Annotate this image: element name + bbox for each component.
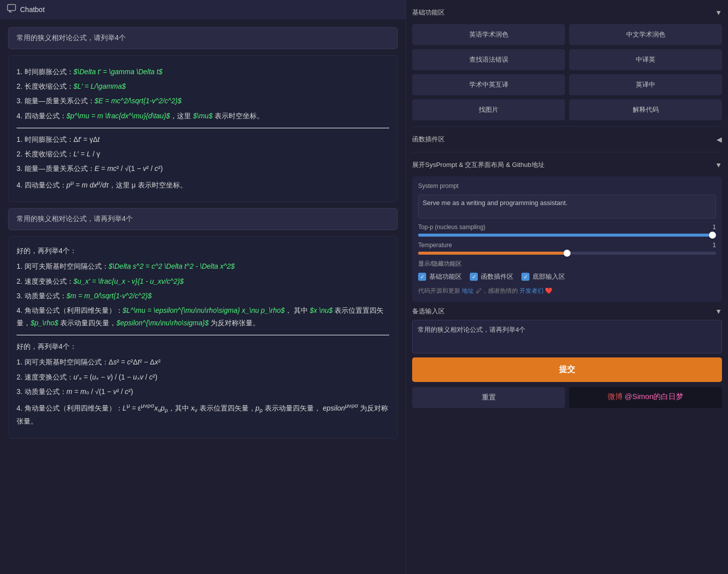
bot-intro-2: 好的，再列举4个： xyxy=(17,245,389,257)
bot-message-1: 1. 时间膨胀公式：$\Delta t' = \gamma \Delta t$ … xyxy=(8,55,398,202)
top-p-label: Top-p (nucleus sampling) xyxy=(418,224,485,231)
rendered-1-2: 2. 长度收缩公式：L′ = L / γ xyxy=(17,148,389,160)
show-hide-label: 显示/隐藏功能区 xyxy=(418,260,716,268)
checkbox-input-label: 底部输入区 xyxy=(532,272,565,281)
checkbox-plugin[interactable]: ✓ 函数插件区 xyxy=(470,272,513,281)
temperature-value: 1 xyxy=(712,242,716,249)
footer-heart: ❤️ xyxy=(545,287,553,294)
btn-explain-code[interactable]: 解释代码 xyxy=(569,99,722,120)
watermark-text: @Simon的白日梦 xyxy=(625,392,684,401)
svg-rect-0 xyxy=(8,5,16,11)
rendered-1-4: 4. 四动量公式：pμ = m dxμ/dτ，这里 μ 表示时空坐标。 xyxy=(17,177,389,192)
right-panel: 基础功能区 ▼ 英语学术润色 中文学术润色 查找语法错误 中译英 学术中英互译 … xyxy=(406,0,728,574)
btn-chinese-academic[interactable]: 中文学术润色 xyxy=(569,24,722,45)
temperature-fill xyxy=(418,252,567,255)
temperature-label: Temperature xyxy=(418,242,452,249)
formula-raw-1-2: 2. 长度收缩公式：$L' = L/\gamma$ xyxy=(17,80,389,93)
checkbox-plugin-box: ✓ xyxy=(470,273,478,281)
divider-plugin-sysprompt xyxy=(412,152,722,152)
formula-green-2: $L' = L/\gamma$ xyxy=(74,82,126,90)
btn-academic-translate[interactable]: 学术中英互译 xyxy=(412,74,565,95)
checkbox-row: ✓ 基础功能区 ✓ 函数插件区 ✓ 底部输入区 xyxy=(418,272,716,281)
basic-section-arrow[interactable]: ▼ xyxy=(715,9,722,17)
btn-english-academic[interactable]: 英语学术润色 xyxy=(412,24,565,45)
formula-green-1: $\Delta t' = \gamma \Delta t$ xyxy=(74,68,162,76)
chatbot-icon xyxy=(7,4,16,15)
footer-text1: 代码开源和更新 xyxy=(418,287,460,294)
top-p-track[interactable] xyxy=(418,234,716,237)
user-message-2-text: 常用的狭义相对论公式，请再列举4个 xyxy=(17,215,133,223)
bottom-buttons: 重置 微博 @Simon的白日梦 xyxy=(412,387,722,408)
checkbox-basic-label: 基础功能区 xyxy=(429,272,462,281)
rendered-2-2: 2. 速度变换公式：u′ₓ = (uₓ − v) / (1 − uₓv / c²… xyxy=(17,371,389,384)
alt-input-arrow[interactable]: ▼ xyxy=(715,307,722,315)
checkbox-input-box: ✓ xyxy=(521,273,529,281)
top-p-thumb[interactable] xyxy=(709,232,716,239)
formula-green-4: $p^\mu = m \frac{dx^\mu}{d\tau}$ xyxy=(67,112,170,120)
formula-raw-2-4: 4. 角动量公式（利用四维矢量）：$L^\mu = \epsilon^{\mu\… xyxy=(17,304,389,329)
user-message-2: 常用的狭义相对论公式，请再列举4个 xyxy=(8,208,398,230)
footer-link-address[interactable]: 地址 xyxy=(462,287,474,294)
temperature-track[interactable] xyxy=(418,252,716,255)
alt-input-header: 备选输入区 ▼ xyxy=(412,307,722,316)
checkbox-input[interactable]: ✓ 底部输入区 xyxy=(521,272,565,281)
formula-raw-2-2: 2. 速度变换公式：$u_x' = \frac{u_x - v}{1 - u_x… xyxy=(17,275,389,288)
rendered-1-1: 1. 时间膨胀公式：Δt′ = γΔt xyxy=(17,133,389,146)
watermark: 微博 @Simon的白日梦 xyxy=(569,387,722,408)
footer-link-devs[interactable]: 开发者们 xyxy=(519,287,543,294)
chat-area: 常用的狭义相对论公式，请列举4个 1. 时间膨胀公式：$\Delta t' = … xyxy=(0,19,406,574)
plugin-section-label: 函数插件区 xyxy=(412,135,445,144)
system-prompt-textarea[interactable] xyxy=(418,195,716,219)
plugin-section-header: 函数插件区 ◀ xyxy=(412,133,722,146)
basic-section-label: 基础功能区 xyxy=(412,8,445,17)
footer-text2: 🖊，感谢热情的 xyxy=(476,287,518,294)
alt-input-label: 备选输入区 xyxy=(412,307,445,316)
system-prompt-label: System prompt xyxy=(418,182,716,189)
formula-raw-2-3: 3. 动质量公式：$m = m_0/\sqrt{1-v^2/c^2}$ xyxy=(17,290,389,302)
second-intro-2: 好的，再列举4个： xyxy=(17,340,389,353)
checkbox-plugin-label: 函数插件区 xyxy=(481,272,513,281)
plugin-collapse-btn[interactable]: ◀ xyxy=(716,135,722,143)
alt-input-section: 备选输入区 ▼ 提交 xyxy=(412,307,722,382)
btn-en-to-zh[interactable]: 英译中 xyxy=(569,74,722,95)
top-p-slider-row: Top-p (nucleus sampling) 1 xyxy=(418,224,716,237)
reset-button[interactable]: 重置 xyxy=(412,387,565,408)
temperature-thumb[interactable] xyxy=(564,250,571,257)
user-message-1-text: 常用的狭义相对论公式，请列举4个 xyxy=(17,34,126,42)
weibo-icon: 微博 xyxy=(608,392,625,401)
sysprompt-arrow[interactable]: ▼ xyxy=(715,161,722,169)
sysprompt-section-label: 展开SysPrompt & 交互界面布局 & Github地址 xyxy=(412,160,544,169)
btn-find-image[interactable]: 找图片 xyxy=(412,99,565,120)
formula-green-3: $E = mc^2/\sqrt{1-v^2/c^2}$ xyxy=(95,97,181,105)
formula-raw-2-1: 1. 闵可夫斯基时空间隔公式：$\Delta s^2 = c^2 \Delta … xyxy=(17,260,389,273)
rendered-2-1: 1. 闵可夫斯基时空间隔公式：Δs² = c²Δt² − Δx² xyxy=(17,356,389,368)
alt-textarea[interactable] xyxy=(412,320,722,353)
footer-links: 代码开源和更新 地址 🖊，感谢热情的 开发者们 ❤️ xyxy=(418,286,716,296)
formula-raw-1-4: 4. 四动量公式：$p^\mu = m \frac{dx^\mu}{d\tau}… xyxy=(17,110,389,122)
rendered-2-3: 3. 动质量公式：m = m₀ / √(1 − v² / c²) xyxy=(17,386,389,398)
btn-zh-to-en[interactable]: 中译英 xyxy=(569,49,722,70)
formula-raw-1-3: 3. 能量—质量关系公式：$E = mc^2/\sqrt{1-v^2/c^2}$ xyxy=(17,95,389,107)
top-p-value: 1 xyxy=(712,224,716,231)
temperature-slider-row: Temperature 1 xyxy=(418,242,716,255)
top-p-fill xyxy=(418,234,716,237)
sysprompt-section-header: 展开SysPrompt & 交互界面布局 & Github地址 ▼ xyxy=(412,158,722,171)
submit-button[interactable]: 提交 xyxy=(412,357,722,382)
rendered-1-3: 3. 能量—质量关系公式：E = mc² / √(1 − v² / c²) xyxy=(17,162,389,175)
sysprompt-section: System prompt Top-p (nucleus sampling) 1… xyxy=(412,176,722,302)
left-panel: Chatbot 常用的狭义相对论公式，请列举4个 1. 时间膨胀公式：$\Del… xyxy=(0,0,406,574)
divider-basic-plugin xyxy=(412,126,722,127)
divider-1 xyxy=(17,127,389,128)
show-hide-section: 显示/隐藏功能区 ✓ 基础功能区 ✓ 函数插件区 ✓ 底部输入区 xyxy=(418,260,716,281)
checkbox-basic-box: ✓ xyxy=(418,273,426,281)
rendered-2-4: 4. 角动量公式（利用四维矢量）：Lμ = εμνρσxνpρ，其中 xν 表示… xyxy=(17,400,389,428)
formula-raw-1-1: 1. 时间膨胀公式：$\Delta t' = \gamma \Delta t$ xyxy=(17,66,389,78)
user-message-1: 常用的狭义相对论公式，请列举4个 xyxy=(8,27,398,49)
chatbot-title: Chatbot xyxy=(20,6,45,14)
divider-2 xyxy=(17,334,389,335)
btn-find-grammar[interactable]: 查找语法错误 xyxy=(412,49,565,70)
bot-message-2: 好的，再列举4个： 1. 闵可夫斯基时空间隔公式：$\Delta s^2 = c… xyxy=(8,236,398,439)
basic-btn-grid: 英语学术润色 中文学术润色 查找语法错误 中译英 学术中英互译 英译中 找图片 … xyxy=(412,24,722,120)
chatbot-header: Chatbot xyxy=(0,0,406,19)
checkbox-basic[interactable]: ✓ 基础功能区 xyxy=(418,272,462,281)
